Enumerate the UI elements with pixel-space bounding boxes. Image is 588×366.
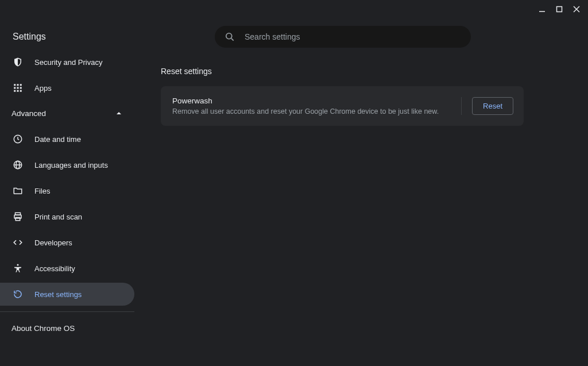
reset-button[interactable]: Reset	[472, 97, 513, 115]
sidebar-item-about[interactable]: About Chrome OS	[0, 318, 134, 338]
card-description: Remove all user accounts and reset your …	[172, 107, 439, 115]
svg-rect-9	[14, 87, 16, 89]
sidebar-item-label: Files	[34, 187, 50, 195]
chevron-up-icon	[116, 110, 122, 116]
divider	[0, 311, 134, 312]
globe-icon	[13, 160, 23, 170]
svg-rect-10	[17, 87, 19, 89]
sidebar-item-label: Security and Privacy	[34, 58, 103, 67]
reset-icon	[13, 289, 23, 299]
maximize-button[interactable]	[555, 5, 564, 14]
advanced-section-toggle[interactable]: Advanced	[0, 102, 134, 124]
code-icon	[13, 237, 23, 248]
svg-rect-11	[20, 87, 22, 89]
card-title: Powerwash	[172, 97, 439, 105]
accessibility-icon	[13, 263, 23, 273]
svg-rect-13	[17, 90, 19, 92]
sidebar-item-apps[interactable]: Apps	[0, 76, 134, 99]
svg-line-5	[231, 38, 234, 41]
sidebar-item-label: Languages and inputs	[34, 161, 108, 169]
svg-rect-1	[557, 7, 562, 12]
folder-icon	[13, 186, 23, 196]
search-input[interactable]	[245, 32, 462, 41]
close-button[interactable]	[572, 5, 581, 14]
search-icon	[224, 31, 235, 43]
sidebar-item-label: Accessibility	[34, 264, 75, 273]
sidebar-item-label: Reset settings	[34, 290, 82, 299]
minimize-button[interactable]	[537, 5, 547, 14]
search-box[interactable]	[215, 26, 471, 48]
page-title: Settings	[13, 32, 46, 42]
sidebar-item-security-privacy[interactable]: Security and Privacy	[0, 51, 134, 74]
sidebar-item-files[interactable]: Files	[0, 179, 134, 202]
sidebar-item-label: Date and time	[34, 135, 81, 144]
powerwash-card: Powerwash Remove all user accounts and r…	[161, 86, 524, 126]
sidebar: Security and Privacy Apps Advanced Date …	[0, 51, 134, 338]
sidebar-item-developers[interactable]: Developers	[0, 231, 134, 254]
sidebar-item-print-scan[interactable]: Print and scan	[0, 205, 134, 228]
content-area: Reset settings Powerwash Remove all user…	[161, 67, 524, 126]
section-header-label: Advanced	[11, 109, 46, 118]
sidebar-item-label: Print and scan	[34, 213, 82, 221]
apps-grid-icon	[13, 83, 23, 93]
sidebar-item-accessibility[interactable]: Accessibility	[0, 257, 134, 280]
print-icon	[13, 211, 23, 222]
section-title: Reset settings	[161, 67, 524, 76]
sidebar-item-languages[interactable]: Languages and inputs	[0, 153, 134, 176]
svg-rect-8	[20, 84, 22, 86]
sidebar-item-reset-settings[interactable]: Reset settings	[0, 283, 134, 306]
clock-icon	[13, 134, 23, 144]
sidebar-item-date-time[interactable]: Date and time	[0, 128, 134, 151]
svg-point-22	[17, 264, 19, 266]
svg-rect-12	[14, 90, 16, 92]
svg-rect-7	[17, 84, 19, 86]
shield-icon	[13, 57, 23, 67]
sidebar-item-label: Developers	[34, 238, 72, 247]
svg-rect-14	[20, 90, 22, 92]
svg-point-4	[226, 33, 232, 39]
svg-rect-6	[14, 84, 16, 86]
sidebar-item-label: Apps	[34, 84, 52, 93]
sidebar-item-label: About Chrome OS	[11, 324, 75, 333]
